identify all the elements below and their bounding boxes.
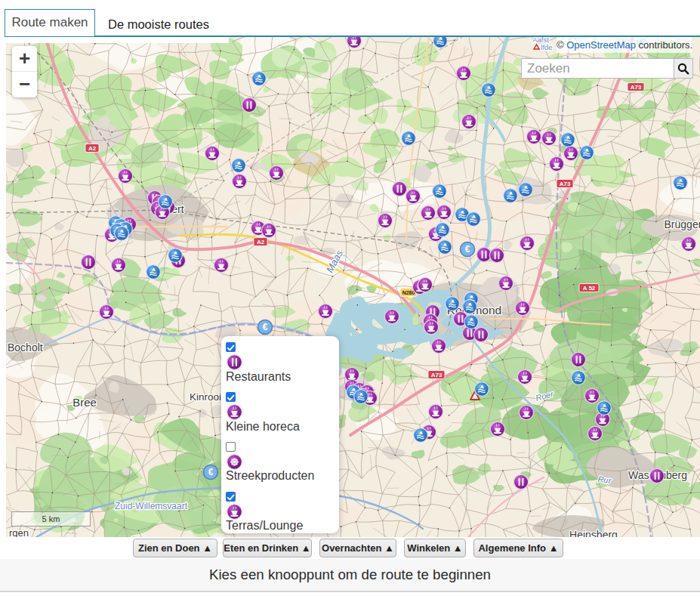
svg-text:Bree: Bree xyxy=(72,396,97,409)
svg-text:Kinrooi: Kinrooi xyxy=(190,391,221,403)
svg-text:A2: A2 xyxy=(88,145,97,152)
svg-text:€: € xyxy=(465,244,470,255)
svg-text:€: € xyxy=(263,322,268,332)
svg-text:A73: A73 xyxy=(560,181,571,187)
svg-text:€: € xyxy=(208,467,214,477)
svg-text:Bocholt: Bocholt xyxy=(8,341,43,354)
svg-text:A 52: A 52 xyxy=(583,285,596,292)
svg-text:lfde: lfde xyxy=(541,43,552,51)
svg-text:A2: A2 xyxy=(257,239,265,246)
svg-text:Zuid-Willemsvaart: Zuid-Willemsvaart xyxy=(115,501,188,511)
svg-text:rgen: rgen xyxy=(9,527,29,537)
svg-text:A73: A73 xyxy=(431,372,443,378)
svg-text:Heinsberg: Heinsberg xyxy=(569,529,618,537)
svg-text:Brüggen: Brüggen xyxy=(665,218,700,230)
svg-text:N280: N280 xyxy=(402,290,415,295)
svg-text:A73: A73 xyxy=(631,84,642,91)
